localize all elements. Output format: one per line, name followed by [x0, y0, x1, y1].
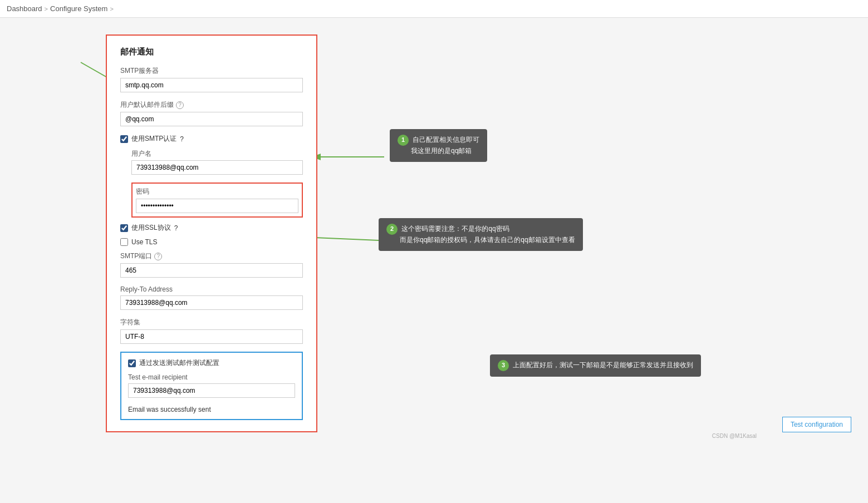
test-configuration-button[interactable]: Test configuration — [782, 417, 851, 432]
smtp-auth-subform: 用户名 密码 — [131, 149, 303, 218]
test-success-message: Email was successfully sent — [128, 406, 295, 413]
use-tls-checkbox-row: Use TLS — [120, 238, 303, 246]
smtp-help-icon[interactable]: ? — [180, 135, 184, 143]
use-tls-label: Use TLS — [131, 238, 157, 246]
watermark: CSDN @M1Kasal — [712, 433, 757, 439]
username-input[interactable] — [131, 160, 303, 175]
test-section-label: 通过发送测试邮件测试配置 — [139, 358, 219, 368]
use-ssl-checkbox-row: 使用SSL协议 ? — [120, 223, 303, 233]
form-title: 邮件通知 — [120, 47, 303, 57]
default-email-label: 用户默认邮件后缀 ? — [120, 100, 303, 110]
test-email-input[interactable] — [128, 383, 295, 398]
smtp-port-input[interactable] — [120, 263, 303, 278]
test-section-checkbox-row: 通过发送测试邮件测试配置 — [128, 358, 295, 368]
test-section: 通过发送测试邮件测试配置 Test e-mail recipient Email… — [120, 352, 303, 420]
smtp-port-group: SMTP端口 ? — [120, 251, 303, 278]
use-smtp-checkbox[interactable] — [120, 135, 128, 143]
default-email-input[interactable] — [120, 112, 303, 126]
use-ssl-checkbox[interactable] — [120, 224, 128, 232]
smtp-server-label: SMTP服务器 — [120, 66, 303, 76]
username-label: 用户名 — [131, 149, 303, 159]
charset-input[interactable] — [120, 329, 303, 344]
email-notification-form: 邮件通知 SMTP服务器 用户默认邮件后缀 ? 使用SMTP认证 ? — [106, 34, 317, 432]
password-wrapper: 密码 — [131, 183, 303, 218]
use-ssl-label: 使用SSL协议 — [131, 223, 171, 233]
breadcrumb-configure-system[interactable]: Configure System — [50, 4, 107, 13]
username-group: 用户名 — [131, 149, 303, 175]
smtp-server-group: SMTP服务器 — [120, 66, 303, 92]
main-content: 邮件通知 SMTP服务器 用户默认邮件后缀 ? 使用SMTP认证 ? — [0, 18, 868, 443]
reply-to-input[interactable] — [120, 295, 303, 310]
breadcrumb-dashboard[interactable]: Dashboard — [7, 4, 42, 13]
reply-to-label: Reply-To Address — [120, 285, 303, 293]
smtp-port-label: SMTP端口 ? — [120, 251, 303, 261]
charset-group: 字符集 — [120, 318, 303, 344]
tooltip-number-3: 3 — [498, 360, 509, 371]
tooltip-2: 2 这个密码需要注意：不是你的qq密码 而是你qq邮箱的授权码，具体请去自己的q… — [379, 218, 583, 251]
reply-to-group: Reply-To Address — [120, 285, 303, 310]
breadcrumb-sep2: > — [110, 6, 113, 12]
tooltip-1: 1 自己配置相关信息即可 我这里用的是qq邮箱 — [390, 129, 487, 162]
password-label: 密码 — [136, 187, 298, 196]
breadcrumb-sep1: > — [45, 6, 48, 12]
password-input[interactable] — [136, 199, 298, 213]
use-tls-checkbox[interactable] — [120, 238, 128, 246]
tooltip-number-2: 2 — [386, 224, 398, 235]
test-email-group: Test e-mail recipient — [128, 373, 295, 398]
smtp-server-input[interactable] — [120, 78, 303, 92]
default-email-group: 用户默认邮件后缀 ? — [120, 100, 303, 126]
test-section-checkbox[interactable] — [128, 359, 136, 367]
default-email-help-icon[interactable]: ? — [176, 101, 184, 109]
test-email-label: Test e-mail recipient — [128, 373, 295, 381]
smtp-port-help-icon[interactable]: ? — [154, 253, 162, 260]
tooltip-number-1: 1 — [398, 135, 409, 146]
tooltip-3: 3 上面配置好后，测试一下邮箱是不是能够正常发送并且接收到 — [490, 354, 701, 377]
breadcrumb: Dashboard > Configure System > — [0, 0, 868, 18]
use-smtp-checkbox-row: 使用SMTP认证 ? — [120, 134, 303, 144]
charset-label: 字符集 — [120, 318, 303, 327]
use-smtp-label: 使用SMTP认证 — [131, 134, 176, 144]
ssl-help-icon[interactable]: ? — [174, 224, 178, 232]
